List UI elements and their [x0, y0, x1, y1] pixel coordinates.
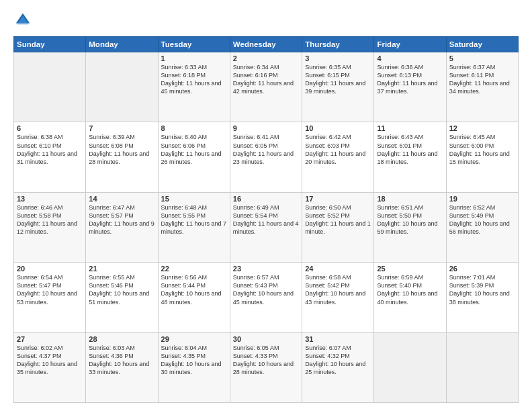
day-number: 13: [17, 195, 83, 203]
day-number: 26: [449, 265, 515, 273]
calendar-cell: 3Sunrise: 6:35 AMSunset: 6:15 PMDaylight…: [302, 52, 374, 122]
day-number: 11: [377, 124, 443, 132]
cell-info: Sunrise: 7:01 AMSunset: 5:39 PMDaylight:…: [449, 273, 515, 306]
day-number: 23: [233, 265, 299, 273]
calendar-week-row: 1Sunrise: 6:33 AMSunset: 6:18 PMDaylight…: [14, 52, 519, 122]
header: [13, 11, 519, 30]
day-number: 22: [161, 265, 227, 273]
cell-info: Sunrise: 6:56 AMSunset: 5:44 PMDaylight:…: [161, 273, 227, 306]
day-number: 7: [89, 124, 154, 132]
cell-info: Sunrise: 6:46 AMSunset: 5:58 PMDaylight:…: [17, 203, 83, 236]
cell-info: Sunrise: 6:59 AMSunset: 5:40 PMDaylight:…: [377, 273, 443, 306]
calendar-cell: 20Sunrise: 6:54 AMSunset: 5:47 PMDayligh…: [14, 263, 86, 332]
day-number: 31: [305, 335, 371, 343]
calendar-week-row: 20Sunrise: 6:54 AMSunset: 5:47 PMDayligh…: [14, 263, 519, 332]
page: SundayMondayTuesdayWednesdayThursdayFrid…: [0, 0, 532, 411]
calendar-week-row: 13Sunrise: 6:46 AMSunset: 5:58 PMDayligh…: [14, 192, 519, 262]
cell-info: Sunrise: 6:54 AMSunset: 5:47 PMDaylight:…: [17, 273, 83, 306]
weekday-header: Wednesday: [230, 37, 302, 52]
cell-info: Sunrise: 6:34 AMSunset: 6:16 PMDaylight:…: [233, 63, 299, 96]
cell-info: Sunrise: 6:50 AMSunset: 5:52 PMDaylight:…: [305, 203, 371, 236]
cell-info: Sunrise: 6:39 AMSunset: 6:08 PMDaylight:…: [89, 133, 154, 166]
day-number: 29: [161, 335, 227, 343]
calendar-cell: 2Sunrise: 6:34 AMSunset: 6:16 PMDaylight…: [230, 52, 302, 122]
calendar-cell: 16Sunrise: 6:49 AMSunset: 5:54 PMDayligh…: [230, 192, 302, 262]
cell-info: Sunrise: 6:40 AMSunset: 6:06 PMDaylight:…: [161, 133, 227, 166]
calendar-header-row: SundayMondayTuesdayWednesdayThursdayFrid…: [14, 37, 519, 52]
cell-info: Sunrise: 6:58 AMSunset: 5:42 PMDaylight:…: [305, 273, 371, 306]
cell-info: Sunrise: 6:47 AMSunset: 5:57 PMDaylight:…: [89, 203, 154, 236]
cell-info: Sunrise: 6:35 AMSunset: 6:15 PMDaylight:…: [305, 63, 371, 96]
calendar-cell: 23Sunrise: 6:57 AMSunset: 5:43 PMDayligh…: [230, 263, 302, 332]
calendar-cell: 14Sunrise: 6:47 AMSunset: 5:57 PMDayligh…: [86, 192, 158, 262]
day-number: 14: [89, 195, 154, 203]
day-number: 17: [305, 195, 371, 203]
calendar-cell: 18Sunrise: 6:51 AMSunset: 5:50 PMDayligh…: [374, 192, 446, 262]
day-number: 3: [305, 54, 371, 62]
calendar-cell: 8Sunrise: 6:40 AMSunset: 6:06 PMDaylight…: [158, 122, 230, 192]
cell-info: Sunrise: 6:42 AMSunset: 6:03 PMDaylight:…: [305, 133, 371, 166]
day-number: 18: [377, 195, 443, 203]
calendar-cell: 29Sunrise: 6:04 AMSunset: 4:35 PMDayligh…: [158, 332, 230, 402]
day-number: 15: [161, 195, 227, 203]
logo: [13, 11, 35, 30]
day-number: 30: [233, 335, 299, 343]
calendar-cell: 28Sunrise: 6:03 AMSunset: 4:36 PMDayligh…: [86, 332, 158, 402]
day-number: 21: [89, 265, 154, 273]
calendar-cell: 4Sunrise: 6:36 AMSunset: 6:13 PMDaylight…: [374, 52, 446, 122]
calendar-cell: 26Sunrise: 7:01 AMSunset: 5:39 PMDayligh…: [446, 263, 518, 332]
day-number: 12: [449, 124, 515, 132]
calendar-cell: 13Sunrise: 6:46 AMSunset: 5:58 PMDayligh…: [14, 192, 86, 262]
calendar-cell: 1Sunrise: 6:33 AMSunset: 6:18 PMDaylight…: [158, 52, 230, 122]
cell-info: Sunrise: 6:57 AMSunset: 5:43 PMDaylight:…: [233, 273, 299, 306]
calendar-cell: [86, 52, 158, 122]
calendar-cell: 27Sunrise: 6:02 AMSunset: 4:37 PMDayligh…: [14, 332, 86, 402]
cell-info: Sunrise: 6:07 AMSunset: 4:32 PMDaylight:…: [305, 344, 371, 377]
day-number: 8: [161, 124, 227, 132]
calendar-cell: 19Sunrise: 6:52 AMSunset: 5:49 PMDayligh…: [446, 192, 518, 262]
cell-info: Sunrise: 6:05 AMSunset: 4:33 PMDaylight:…: [233, 344, 299, 377]
day-number: 5: [449, 54, 515, 62]
calendar-cell: [374, 332, 446, 402]
calendar-cell: 15Sunrise: 6:48 AMSunset: 5:55 PMDayligh…: [158, 192, 230, 262]
calendar-cell: 22Sunrise: 6:56 AMSunset: 5:44 PMDayligh…: [158, 263, 230, 332]
calendar-cell: 21Sunrise: 6:55 AMSunset: 5:46 PMDayligh…: [86, 263, 158, 332]
calendar-cell: 10Sunrise: 6:42 AMSunset: 6:03 PMDayligh…: [302, 122, 374, 192]
day-number: 10: [305, 124, 371, 132]
calendar-week-row: 6Sunrise: 6:38 AMSunset: 6:10 PMDaylight…: [14, 122, 519, 192]
calendar-cell: 30Sunrise: 6:05 AMSunset: 4:33 PMDayligh…: [230, 332, 302, 402]
day-number: 24: [305, 265, 371, 273]
calendar-table: SundayMondayTuesdayWednesdayThursdayFrid…: [13, 36, 519, 403]
cell-info: Sunrise: 6:45 AMSunset: 6:00 PMDaylight:…: [449, 133, 515, 166]
cell-info: Sunrise: 6:33 AMSunset: 6:18 PMDaylight:…: [161, 63, 227, 96]
calendar-cell: 5Sunrise: 6:37 AMSunset: 6:11 PMDaylight…: [446, 52, 518, 122]
calendar-cell: 11Sunrise: 6:43 AMSunset: 6:01 PMDayligh…: [374, 122, 446, 192]
calendar-cell: [14, 52, 86, 122]
cell-info: Sunrise: 6:04 AMSunset: 4:35 PMDaylight:…: [161, 344, 227, 377]
calendar-cell: 31Sunrise: 6:07 AMSunset: 4:32 PMDayligh…: [302, 332, 374, 402]
day-number: 27: [17, 335, 83, 343]
logo-icon: [13, 11, 32, 30]
weekday-header: Sunday: [14, 37, 86, 52]
cell-info: Sunrise: 6:51 AMSunset: 5:50 PMDaylight:…: [377, 203, 443, 236]
cell-info: Sunrise: 6:52 AMSunset: 5:49 PMDaylight:…: [449, 203, 515, 236]
day-number: 6: [17, 124, 83, 132]
cell-info: Sunrise: 6:49 AMSunset: 5:54 PMDaylight:…: [233, 203, 299, 236]
day-number: 20: [17, 265, 83, 273]
day-number: 4: [377, 54, 443, 62]
calendar-cell: 9Sunrise: 6:41 AMSunset: 6:05 PMDaylight…: [230, 122, 302, 192]
cell-info: Sunrise: 6:48 AMSunset: 5:55 PMDaylight:…: [161, 203, 227, 236]
cell-info: Sunrise: 6:55 AMSunset: 5:46 PMDaylight:…: [89, 273, 154, 306]
cell-info: Sunrise: 6:02 AMSunset: 4:37 PMDaylight:…: [17, 344, 83, 377]
weekday-header: Tuesday: [158, 37, 230, 52]
calendar-cell: 7Sunrise: 6:39 AMSunset: 6:08 PMDaylight…: [86, 122, 158, 192]
calendar-week-row: 27Sunrise: 6:02 AMSunset: 4:37 PMDayligh…: [14, 332, 519, 402]
cell-info: Sunrise: 6:03 AMSunset: 4:36 PMDaylight:…: [89, 344, 154, 377]
weekday-header: Monday: [86, 37, 158, 52]
weekday-header: Thursday: [302, 37, 374, 52]
calendar-cell: 24Sunrise: 6:58 AMSunset: 5:42 PMDayligh…: [302, 263, 374, 332]
cell-info: Sunrise: 6:43 AMSunset: 6:01 PMDaylight:…: [377, 133, 443, 166]
day-number: 1: [161, 54, 227, 62]
cell-info: Sunrise: 6:41 AMSunset: 6:05 PMDaylight:…: [233, 133, 299, 166]
calendar-cell: 25Sunrise: 6:59 AMSunset: 5:40 PMDayligh…: [374, 263, 446, 332]
